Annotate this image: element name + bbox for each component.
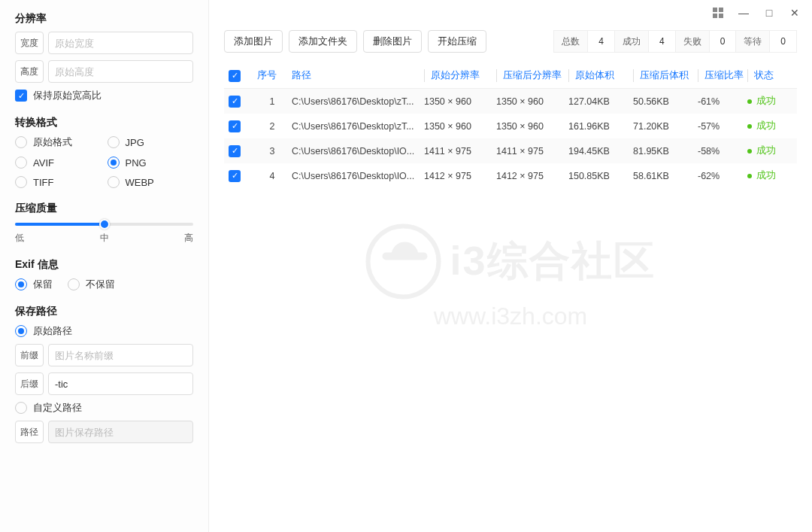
select-all-checkbox[interactable]: ✓: [229, 70, 241, 82]
titlebar: — □ ✕: [713, 8, 800, 18]
format-radio-webp[interactable]: [108, 176, 120, 188]
exif-title: Exif 信息: [15, 258, 193, 272]
stat-success-val: 4: [648, 30, 676, 53]
status-dot-icon: [747, 99, 752, 104]
format-radio-avif[interactable]: [15, 157, 27, 169]
stat-wait-label: 等待: [735, 30, 770, 53]
path-input[interactable]: [48, 421, 193, 443]
quality-high: 高: [184, 232, 193, 245]
start-button[interactable]: 开始压缩: [428, 30, 486, 53]
maximize-icon[interactable]: □: [764, 8, 774, 18]
minimize-icon[interactable]: —: [738, 8, 749, 18]
width-label: 宽度: [15, 32, 44, 54]
path-label: 路径: [15, 421, 44, 443]
cell-orig-res: 1411 × 975: [424, 146, 492, 157]
quality-title: 压缩质量: [15, 202, 193, 215]
cell-comp-res: 1350 × 960: [496, 96, 564, 107]
th-index[interactable]: 序号: [257, 69, 287, 82]
grid-view-icon[interactable]: [713, 8, 723, 18]
exif-discard-radio[interactable]: [68, 278, 80, 290]
stat-fail-val: 0: [709, 30, 737, 53]
status-dot-icon: [747, 124, 752, 129]
cell-comp-size: 58.61KB: [633, 171, 693, 181]
file-table: ✓ 序号 路径 原始分辨率 压缩后分辨率 原始体积 压缩后体积 压缩比率 状态 …: [224, 63, 797, 188]
table-row[interactable]: ✓4C:\Users\86176\Desktop\IO...1412 × 975…: [224, 163, 797, 188]
cell-comp-size: 81.95KB: [633, 146, 693, 157]
table-row[interactable]: ✓1C:\Users\86176\Desktop\zT...1350 × 960…: [224, 89, 797, 114]
cell-status: 成功: [747, 169, 792, 182]
stat-fail-label: 失败: [675, 30, 710, 53]
width-input[interactable]: [48, 32, 193, 54]
cell-orig-res: 1412 × 975: [424, 171, 492, 181]
prefix-input[interactable]: [48, 344, 193, 366]
add-folder-button[interactable]: 添加文件夹: [289, 30, 357, 53]
slider-handle[interactable]: [99, 219, 110, 230]
status-dot-icon: [747, 149, 752, 154]
th-comp-size[interactable]: 压缩后体积: [633, 69, 693, 82]
th-orig-size[interactable]: 原始体积: [568, 69, 629, 82]
suffix-input[interactable]: [48, 372, 193, 395]
th-comp-res[interactable]: 压缩后分辨率: [496, 69, 564, 82]
height-input[interactable]: [48, 60, 193, 83]
cell-status: 成功: [747, 120, 792, 132]
stat-wait-val: 0: [769, 30, 797, 53]
row-checkbox[interactable]: ✓: [229, 96, 241, 108]
quality-low: 低: [15, 232, 24, 245]
cell-index: 4: [257, 171, 287, 181]
cell-path: C:\Users\86176\Desktop\zT...: [292, 96, 420, 107]
cell-orig-size: 161.96KB: [568, 121, 629, 132]
format-radio-png[interactable]: [108, 157, 120, 169]
format-radio-original[interactable]: [15, 136, 27, 148]
cell-orig-size: 127.04KB: [568, 96, 629, 107]
row-checkbox[interactable]: ✓: [229, 170, 241, 182]
exif-keep-radio[interactable]: [15, 278, 27, 290]
add-image-button[interactable]: 添加图片: [224, 30, 283, 53]
cell-path: C:\Users\86176\Desktop\IO...: [292, 171, 420, 181]
keep-ratio-checkbox[interactable]: ✓: [15, 90, 27, 102]
table-row[interactable]: ✓3C:\Users\86176\Desktop\IO...1411 × 975…: [224, 138, 797, 163]
quality-mid: 中: [100, 232, 109, 245]
cell-ratio: -58%: [698, 146, 743, 157]
stat-total-val: 4: [587, 30, 615, 53]
save-custom-radio[interactable]: [15, 402, 27, 414]
cell-orig-size: 194.45KB: [568, 146, 629, 157]
table-row[interactable]: ✓2C:\Users\86176\Desktop\zT...1350 × 960…: [224, 114, 797, 138]
suffix-label: 后缀: [15, 372, 44, 395]
save-original-radio[interactable]: [15, 325, 27, 337]
quality-slider[interactable]: [15, 223, 193, 226]
cell-path: C:\Users\86176\Desktop\zT...: [292, 121, 420, 132]
cell-comp-size: 71.20KB: [633, 121, 693, 132]
th-path[interactable]: 路径: [292, 69, 420, 82]
cell-orig-size: 150.85KB: [568, 171, 629, 181]
format-radio-tiff[interactable]: [15, 176, 27, 188]
prefix-label: 前缀: [15, 344, 44, 366]
slider-fill: [15, 223, 105, 226]
th-orig-res[interactable]: 原始分辨率: [424, 69, 492, 82]
format-radio-jpg[interactable]: [108, 136, 120, 148]
stat-total-label: 总数: [553, 30, 588, 53]
cell-index: 3: [257, 146, 287, 157]
th-ratio[interactable]: 压缩比率: [698, 69, 743, 82]
row-checkbox[interactable]: ✓: [229, 145, 241, 157]
th-status[interactable]: 状态: [747, 69, 792, 82]
close-icon[interactable]: ✕: [789, 8, 800, 18]
row-checkbox[interactable]: ✓: [229, 120, 241, 132]
main-area: — □ ✕ i3综合社区 www.i3zh.com 添加图片 添加文件夹 删除图…: [209, 0, 812, 532]
format-radio-group: 原始格式 JPG AVIF PNG TIFF WEBP: [15, 135, 193, 188]
cell-ratio: -61%: [698, 96, 743, 107]
table-header: ✓ 序号 路径 原始分辨率 压缩后分辨率 原始体积 压缩后体积 压缩比率 状态: [224, 63, 797, 89]
stat-success-label: 成功: [614, 30, 649, 53]
delete-image-button[interactable]: 删除图片: [363, 30, 422, 53]
watermark: i3综合社区 www.i3zh.com: [365, 223, 655, 330]
cell-ratio: -62%: [698, 171, 743, 181]
cell-index: 2: [257, 121, 287, 132]
resolution-title: 分辨率: [15, 12, 193, 26]
cell-status: 成功: [747, 144, 792, 157]
keep-ratio-label: 保持原始宽高比: [33, 89, 102, 102]
save-title: 保存路径: [15, 305, 193, 318]
sidebar: 分辨率 宽度 高度 ✓ 保持原始宽高比 转换格式 原始格式 JPG AVIF P…: [0, 0, 209, 532]
format-title: 转换格式: [15, 116, 193, 129]
cell-comp-res: 1412 × 975: [496, 171, 564, 181]
cell-index: 1: [257, 96, 287, 107]
cell-ratio: -57%: [698, 121, 743, 132]
